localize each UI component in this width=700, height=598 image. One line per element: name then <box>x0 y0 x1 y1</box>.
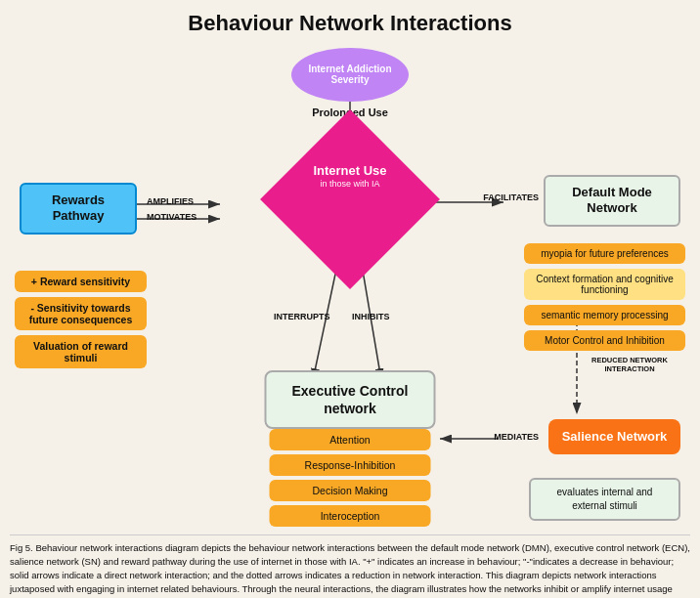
title-section: Behaviour Network Interactions <box>10 10 690 38</box>
interrupts-label: INTERRUPTS <box>274 312 330 321</box>
rewards-subitems: + Reward sensitivity - Sensitivity towar… <box>15 271 147 368</box>
page-container: Behaviour Network Interactions <box>10 10 690 598</box>
page-title: Behaviour Network Interactions <box>10 10 690 38</box>
facilitates-label: FACILITATES <box>483 192 539 202</box>
context-item: Context formation and cognitive function… <box>524 269 685 300</box>
internet-use-label: Internet Use in those with IA <box>296 163 404 192</box>
default-mode-node: Default Mode Network <box>544 175 680 228</box>
reward-sensitivity: + Reward sensitivity <box>15 271 147 292</box>
myopia-item: myopia for future preferences <box>524 243 685 264</box>
ecn-subitems: Attention Response-Inhibition Decision M… <box>270 429 431 527</box>
salience-network-node: Salience Network <box>548 419 680 455</box>
mediates-label: MEDIATES <box>494 432 539 442</box>
reduced-label: REDUCED NETWORK INTERACTION <box>581 356 678 373</box>
inhibits-label: INHIBITS <box>352 312 390 321</box>
svg-line-6 <box>313 265 337 380</box>
sensitivity-future: - Sensitivity towards future consequence… <box>15 297 147 330</box>
dmn-subitems: myopia for future preferences Context fo… <box>524 243 685 351</box>
ecn-interoception: Interoception <box>270 505 431 527</box>
rewards-pathway-node: Rewards Pathway <box>20 183 137 235</box>
figure-caption: Fig 5. Behaviour network interactions di… <box>10 534 690 598</box>
valuation-reward: Valuation of reward stimuli <box>15 335 147 368</box>
semantic-item: semantic memory processing <box>524 305 685 325</box>
internet-use-diamond <box>260 109 440 289</box>
amplifies-label: AMPLIFIES <box>147 196 194 206</box>
motivates-label: MOTIVATES <box>147 212 197 222</box>
ecn-attention: Attention <box>270 429 431 450</box>
svg-line-7 <box>362 265 381 380</box>
ecn-node: Executive Control network <box>265 370 436 429</box>
diagram: Internet Addiction Severity Prolonged Us… <box>10 48 690 527</box>
ia-severity-node: Internet Addiction Severity <box>291 48 409 102</box>
ecn-decision-making: Decision Making <box>270 480 431 501</box>
evaluates-box: evaluates internal and external stimuli <box>529 478 680 521</box>
motor-item: Motor Control and Inhibition <box>524 330 685 351</box>
ecn-response-inhibition: Response-Inhibition <box>270 454 431 476</box>
